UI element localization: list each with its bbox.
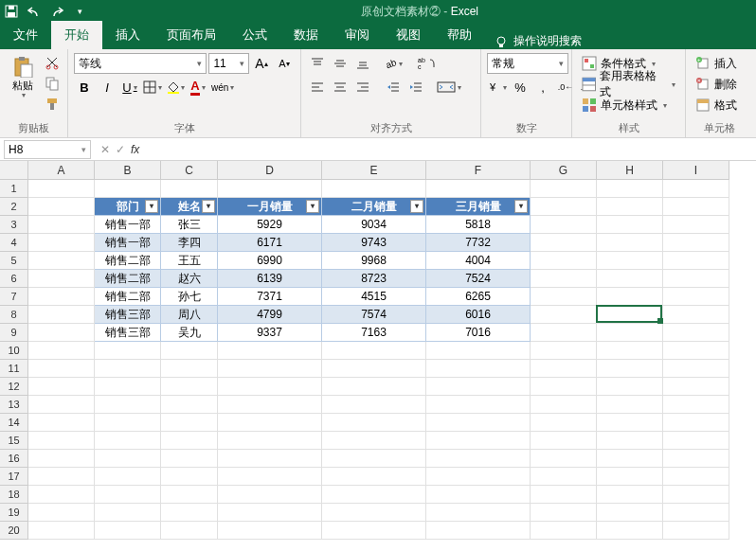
cell[interactable]: 4004 (426, 252, 531, 270)
filter-dropdown-icon[interactable]: ▾ (202, 200, 215, 213)
cell[interactable] (161, 504, 218, 522)
col-header-A[interactable]: A (28, 161, 95, 180)
cell[interactable] (322, 504, 426, 522)
cell[interactable] (28, 234, 95, 252)
cell[interactable] (161, 486, 218, 504)
align-left-button[interactable] (307, 77, 328, 98)
row-header-4[interactable]: 4 (0, 234, 28, 252)
spreadsheet-grid[interactable]: ABCDEFGHI 123456789101112131415161718192… (0, 161, 756, 551)
cell[interactable] (95, 504, 161, 522)
underline-button[interactable]: U▾ (119, 77, 140, 98)
cell[interactable] (663, 324, 729, 342)
tell-me-search[interactable]: 操作说明搜索 (485, 33, 591, 49)
row-header-15[interactable]: 15 (0, 432, 28, 450)
cell[interactable] (322, 360, 426, 378)
cell[interactable] (322, 378, 426, 396)
cell[interactable] (28, 432, 95, 450)
cell[interactable]: 7574 (322, 306, 426, 324)
cell[interactable]: 销售二部 (95, 288, 161, 306)
cell[interactable]: 李四 (161, 234, 218, 252)
cell[interactable] (597, 504, 663, 522)
col-header-E[interactable]: E (322, 161, 426, 180)
cell[interactable]: 销售二部 (95, 270, 161, 288)
decrease-font-button[interactable]: A▾ (274, 53, 295, 74)
cell[interactable]: 销售一部 (95, 234, 161, 252)
cell[interactable]: 7016 (426, 324, 531, 342)
enter-formula-icon[interactable]: ✓ (116, 143, 125, 156)
cell[interactable] (322, 522, 426, 540)
cell[interactable]: 6265 (426, 288, 531, 306)
cell[interactable] (28, 468, 95, 486)
cell[interactable]: 5818 (426, 216, 531, 234)
align-right-button[interactable] (352, 77, 373, 98)
cell[interactable] (28, 486, 95, 504)
cell[interactable] (531, 396, 597, 414)
cell[interactable] (531, 378, 597, 396)
cell[interactable] (597, 234, 663, 252)
col-header-G[interactable]: G (531, 161, 597, 180)
format-cells-button[interactable]: 格式 (692, 95, 747, 116)
cell[interactable] (95, 342, 161, 360)
filter-dropdown-icon[interactable]: ▾ (145, 200, 158, 213)
cell[interactable] (426, 180, 531, 198)
cell[interactable]: 部门▾ (95, 198, 161, 216)
cell[interactable] (95, 378, 161, 396)
cell[interactable]: 销售一部 (95, 216, 161, 234)
cell[interactable]: 6990 (218, 252, 322, 270)
cell[interactable] (28, 396, 95, 414)
fx-icon[interactable]: fx (131, 143, 139, 156)
row-header-13[interactable]: 13 (0, 396, 28, 414)
font-color-button[interactable]: A▾ (188, 77, 208, 98)
cell[interactable] (426, 522, 531, 540)
align-center-button[interactable] (330, 77, 351, 98)
cell[interactable]: 4799 (218, 306, 322, 324)
row-header-7[interactable]: 7 (0, 288, 28, 306)
cell[interactable] (28, 288, 95, 306)
cell[interactable] (663, 432, 729, 450)
cell[interactable] (161, 396, 218, 414)
cell[interactable]: 7371 (218, 288, 322, 306)
cell[interactable] (531, 216, 597, 234)
cell[interactable] (95, 486, 161, 504)
cell[interactable] (531, 522, 597, 540)
col-header-D[interactable]: D (218, 161, 322, 180)
percent-button[interactable]: % (510, 77, 531, 98)
cell[interactable]: 赵六 (161, 270, 218, 288)
bold-button[interactable]: B (74, 77, 95, 98)
tab-formulas[interactable]: 公式 (229, 21, 280, 49)
cell[interactable] (426, 378, 531, 396)
row-header-11[interactable]: 11 (0, 360, 28, 378)
format-painter-button[interactable] (43, 95, 62, 114)
cell[interactable]: 三月销量▾ (426, 198, 531, 216)
cell[interactable] (28, 324, 95, 342)
cell[interactable] (597, 522, 663, 540)
cell[interactable] (218, 378, 322, 396)
cell[interactable] (426, 486, 531, 504)
cell[interactable] (597, 486, 663, 504)
cell[interactable] (218, 360, 322, 378)
row-header-12[interactable]: 12 (0, 378, 28, 396)
increase-font-button[interactable]: A▴ (251, 53, 272, 74)
cell[interactable] (426, 342, 531, 360)
cell[interactable] (531, 468, 597, 486)
cell[interactable] (426, 360, 531, 378)
cell[interactable] (95, 396, 161, 414)
cell[interactable] (531, 270, 597, 288)
cell[interactable] (663, 360, 729, 378)
cell[interactable] (218, 522, 322, 540)
tab-data[interactable]: 数据 (280, 21, 332, 49)
tab-home[interactable]: 开始 (51, 21, 102, 49)
cell[interactable] (95, 468, 161, 486)
cell[interactable] (95, 432, 161, 450)
table-format-button[interactable]: 套用表格格式▾ (578, 74, 679, 95)
cell[interactable] (597, 414, 663, 432)
cell[interactable] (663, 342, 729, 360)
col-header-I[interactable]: I (663, 161, 729, 180)
filter-dropdown-icon[interactable]: ▾ (410, 200, 423, 213)
cell[interactable] (531, 306, 597, 324)
cell[interactable] (597, 432, 663, 450)
cell[interactable] (322, 414, 426, 432)
cell[interactable] (531, 180, 597, 198)
cell[interactable] (663, 180, 729, 198)
cell[interactable] (597, 216, 663, 234)
